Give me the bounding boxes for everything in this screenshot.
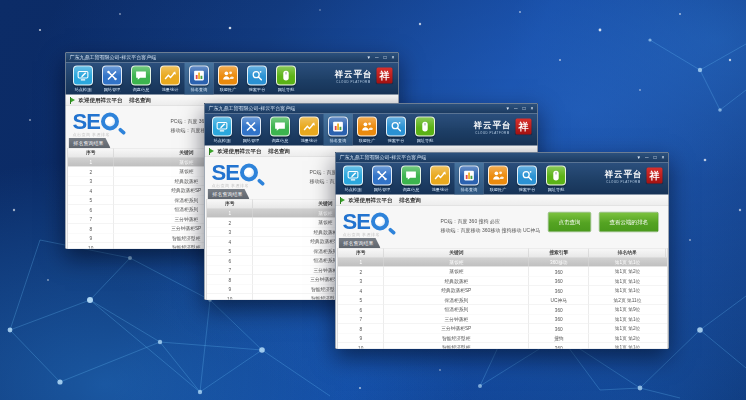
- toolbar-item-site-manage[interactable]: 网站管理: [98, 63, 127, 95]
- toolbar-item-search-platform[interactable]: 搜索平台: [513, 163, 542, 195]
- table-cell: 蒸饭柜: [384, 258, 529, 267]
- seo-tagline: 点击查询 掌握排名: [343, 232, 438, 238]
- toolbar-item-rank-query[interactable]: 排名查询: [185, 63, 214, 95]
- toolbar-item-site-check[interactable]: 站点检测: [69, 63, 98, 95]
- table-cell: 2: [207, 218, 253, 227]
- maximize-button[interactable]: □: [654, 155, 657, 160]
- close-button[interactable]: ×: [662, 155, 665, 160]
- close-button[interactable]: ×: [392, 55, 395, 60]
- toolbar-item-inquiry-info[interactable]: 询盘信息: [127, 63, 156, 95]
- maximize-button[interactable]: □: [384, 55, 387, 60]
- header-index: 序号: [207, 200, 253, 209]
- table-row[interactable]: 2蒸饭柜360第1页 第2位: [338, 267, 667, 277]
- toolbar-item-site-nav[interactable]: 网址导航: [411, 114, 440, 146]
- table-cell: 第1页 第1位: [589, 258, 666, 267]
- results-tab[interactable]: 排名查询结果: [208, 189, 250, 199]
- window-titlebar[interactable]: 广东九鼎工贸有限公司-祥云平台客户端 ▾ ─ □ ×: [336, 153, 669, 163]
- mobile-engines-text: 移动端：百度移动 360移动 搜狗移动 UC神马: [441, 226, 541, 235]
- table-row[interactable]: 3经典款蒸柜360第1页 第1位: [338, 277, 667, 287]
- brand-name: 祥云平台: [605, 168, 643, 180]
- query-button[interactable]: 点击查询: [548, 212, 591, 232]
- site-manage-icon: [241, 117, 261, 137]
- flag-icon: [341, 198, 346, 203]
- toolbar-item-alliance-promo[interactable]: 联盟推广: [214, 63, 243, 95]
- table-cell: 5: [68, 196, 114, 205]
- table-row[interactable]: 7三分钟蒸柜360第1页 第1位: [338, 315, 667, 325]
- header-index: 序号: [338, 249, 384, 258]
- table-row[interactable]: 4经典款蒸柜SP360第1页 第1位: [338, 286, 667, 296]
- table-cell: 第1页 第2位: [589, 267, 666, 276]
- traffic-stats-icon: [430, 166, 450, 186]
- window-titlebar[interactable]: 广东九鼎工贸有限公司-祥云平台客户端 ▾ ─ □ ×: [205, 104, 538, 114]
- toolbar-item-alliance-promo[interactable]: 联盟推广: [484, 163, 513, 195]
- close-button[interactable]: ×: [531, 106, 534, 111]
- skin-button[interactable]: ▾: [506, 106, 509, 111]
- toolbar-items: 站点检测网站管理询盘信息流量统计排名查询联盟推广搜索平台网址导航: [205, 114, 440, 146]
- toolbar-item-site-check[interactable]: 站点检测: [339, 163, 368, 195]
- site-check-icon: [73, 66, 93, 86]
- toolbar-item-label: 联盟推广: [359, 138, 376, 144]
- toolbar-item-site-nav[interactable]: 网址导航: [272, 63, 301, 95]
- toolbar-item-traffic-stats[interactable]: 流量统计: [426, 163, 455, 195]
- table-cell: 智能经济型柜: [384, 343, 529, 349]
- minimize-button[interactable]: ─: [375, 55, 379, 60]
- minimize-button[interactable]: ─: [514, 106, 518, 111]
- table-row[interactable]: 1蒸饭柜360移动第1页 第1位: [338, 258, 667, 268]
- search-platform-icon: [247, 66, 267, 86]
- table-cell: 搜狗: [529, 334, 589, 343]
- results-tab[interactable]: 排名查询结果: [339, 238, 381, 248]
- toolbar-item-search-platform[interactable]: 搜索平台: [382, 114, 411, 146]
- table-row[interactable]: 6恒温柜系列360第1页 第9位: [338, 305, 667, 315]
- header-index: 序号: [68, 149, 114, 158]
- toolbar-item-label: 网址导航: [548, 187, 565, 193]
- table-cell: 第2页 第11位: [589, 296, 666, 305]
- maximize-button[interactable]: □: [523, 106, 526, 111]
- table-row[interactable]: 8三分钟蒸柜SP360第1页 第2位: [338, 324, 667, 334]
- cloud-rank-button[interactable]: 查看云端的排名: [599, 212, 659, 232]
- content-area: SE 点击查询 掌握排名 PC端：百度 360 搜狗 必应 移动端：百度移动 3…: [336, 206, 669, 349]
- results-tbody: 1蒸饭柜360移动第1页 第1位2蒸饭柜360第1页 第2位3经典款蒸柜360第…: [338, 258, 667, 350]
- toolbar-item-site-check[interactable]: 站点检测: [208, 114, 237, 146]
- toolbar-item-site-nav[interactable]: 网址导航: [542, 163, 571, 195]
- table-cell: 经典款蒸柜: [384, 277, 529, 286]
- table-row[interactable]: 5保温柜系列UC神马第2页 第11位: [338, 296, 667, 306]
- seo-wordmark: SE: [73, 109, 100, 134]
- toolbar-items: 站点检测网站管理询盘信息流量统计排名查询联盟推广搜索平台网址导航: [66, 63, 301, 95]
- table-cell: 第1页 第1位: [589, 315, 666, 324]
- table-cell: 9: [338, 334, 384, 343]
- toolbar-item-rank-query[interactable]: 排名查询: [455, 163, 484, 195]
- table-row[interactable]: 10智能经济型柜360第1页 第1位: [338, 343, 667, 349]
- toolbar-item-label: 搜索平台: [249, 87, 266, 93]
- inquiry-info-icon: [131, 66, 151, 86]
- table-cell: 5: [338, 296, 384, 305]
- alliance-promo-icon: [357, 117, 377, 137]
- skin-button[interactable]: ▾: [637, 155, 640, 160]
- toolbar-item-traffic-stats[interactable]: 流量统计: [156, 63, 185, 95]
- toolbar-item-inquiry-info[interactable]: 询盘信息: [266, 114, 295, 146]
- toolbar-item-label: 排名查询: [330, 138, 347, 144]
- toolbar-item-label: 站点检测: [214, 138, 231, 144]
- toolbar-item-label: 流量统计: [432, 187, 449, 193]
- toolbar-item-label: 网站管理: [374, 187, 391, 193]
- toolbar-item-site-manage[interactable]: 网站管理: [368, 163, 397, 195]
- header-engine: 搜索引擎: [529, 249, 589, 258]
- alliance-promo-icon: [488, 166, 508, 186]
- window-titlebar[interactable]: 广东九鼎工贸有限公司-祥云平台客户端 ▾ ─ □ ×: [66, 53, 399, 63]
- rank-query-icon: [189, 66, 209, 86]
- toolbar-item-search-platform[interactable]: 搜索平台: [243, 63, 272, 95]
- toolbar-item-site-manage[interactable]: 网站管理: [237, 114, 266, 146]
- results-tab[interactable]: 排名查询结果: [69, 138, 111, 148]
- section-title: 排名查询: [268, 147, 290, 155]
- table-row[interactable]: 9智能经济型柜搜狗第1页 第2位: [338, 334, 667, 344]
- toolbar-item-rank-query[interactable]: 排名查询: [324, 114, 353, 146]
- table-cell: 5: [207, 247, 253, 256]
- toolbar-item-traffic-stats[interactable]: 流量统计: [295, 114, 324, 146]
- toolbar-item-inquiry-info[interactable]: 询盘信息: [397, 163, 426, 195]
- minimize-button[interactable]: ─: [645, 155, 649, 160]
- table-cell: 9: [207, 285, 253, 294]
- toolbar-item-alliance-promo[interactable]: 联盟推广: [353, 114, 382, 146]
- skin-button[interactable]: ▾: [367, 55, 370, 60]
- brand-name: 祥云平台: [474, 119, 512, 131]
- header-keyword: 关键词: [384, 249, 529, 258]
- toolbar-item-label: 联盟推广: [220, 87, 237, 93]
